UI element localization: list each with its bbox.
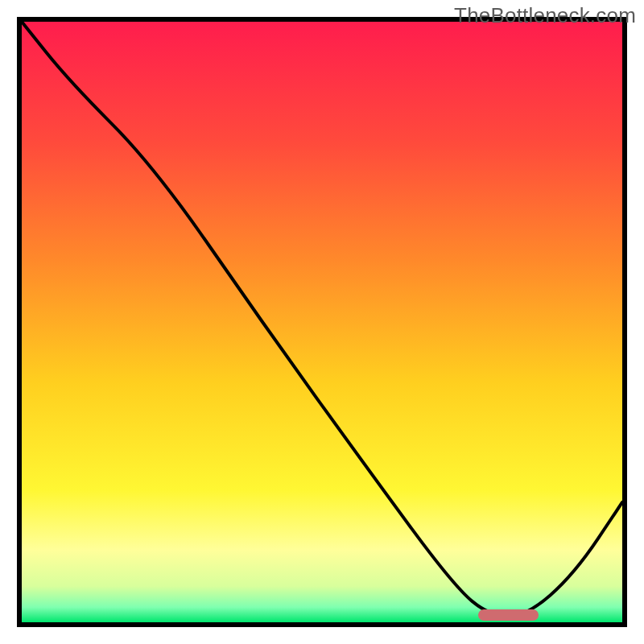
watermark-text: TheBottleneck.com (454, 3, 636, 28)
plot-box (17, 17, 627, 627)
optimal-range-marker (478, 609, 539, 621)
bottleneck-curve (22, 22, 622, 622)
chart-frame: TheBottleneck.com (0, 0, 644, 644)
